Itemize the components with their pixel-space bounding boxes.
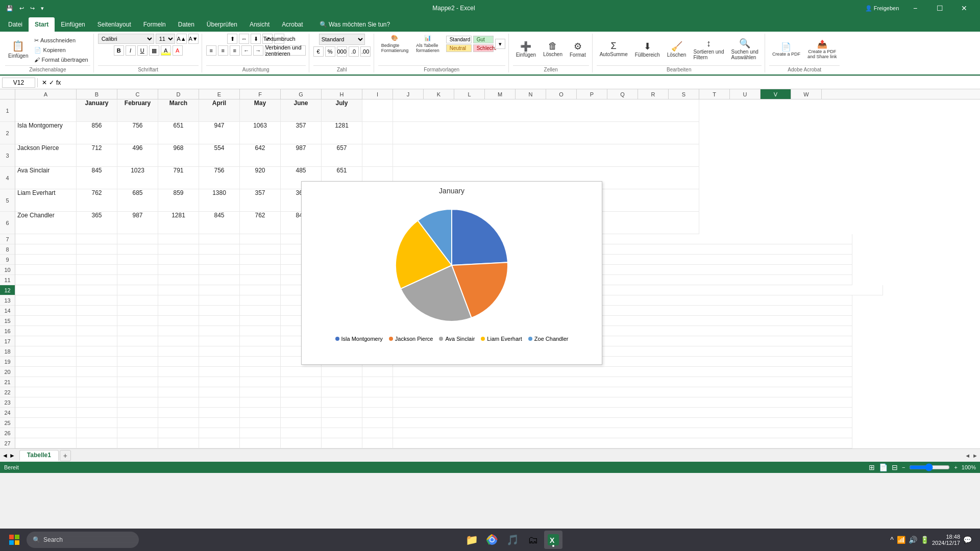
cell-d3[interactable]: 968: [158, 144, 199, 167]
formula-insert-icon[interactable]: fx: [56, 79, 61, 86]
chart-container[interactable]: January Isla Montgomery Jackson Pierce: [301, 181, 602, 365]
tab-acrobat[interactable]: Acrobat: [276, 17, 309, 32]
align-center-btn[interactable]: ≡: [218, 45, 228, 56]
scroll-left-btn[interactable]: ◄: [965, 453, 970, 459]
tab-einfuegen[interactable]: Einfügen: [55, 17, 91, 32]
cell-a5[interactable]: Liam Everhart: [15, 189, 77, 212]
tab-seitenlayout[interactable]: Seitenlayout: [91, 17, 137, 32]
col-header-e[interactable]: E: [199, 89, 240, 99]
sheet-scroll-right[interactable]: ►: [9, 452, 15, 459]
col-header-j[interactable]: J: [393, 89, 424, 99]
cell-i1[interactable]: [362, 99, 393, 122]
clock-date[interactable]: 18:48 2024/12/17: [932, 534, 960, 546]
col-header-m[interactable]: M: [485, 89, 516, 99]
col-header-r[interactable]: R: [638, 89, 669, 99]
cell-b1[interactable]: January: [77, 99, 117, 122]
pie-slice-isla-montgomery[interactable]: [452, 209, 508, 265]
cell-f1[interactable]: May: [240, 99, 281, 122]
cell-f4[interactable]: 920: [240, 167, 281, 189]
row-num-23[interactable]: 23: [0, 397, 15, 408]
row-num-17[interactable]: 17: [0, 336, 15, 346]
row-num-12[interactable]: 12: [0, 285, 15, 295]
loeschen-btn[interactable]: 🗑 Löschen: [540, 36, 566, 62]
col-header-v[interactable]: V: [761, 89, 791, 99]
col-header-f[interactable]: F: [240, 89, 281, 99]
search-bar[interactable]: 🔍 Search: [27, 532, 139, 548]
suchen-btn[interactable]: 🔍 Suchen undAuswählen: [728, 36, 761, 62]
align-left-btn[interactable]: ≡: [206, 45, 216, 56]
cell-f2[interactable]: 1063: [240, 122, 281, 144]
row-num-21[interactable]: 21: [0, 377, 15, 387]
sound-icon[interactable]: 🔊: [909, 536, 917, 544]
italic-btn[interactable]: I: [126, 45, 136, 56]
row-num-14[interactable]: 14: [0, 306, 15, 316]
cell-b3[interactable]: 712: [77, 144, 117, 167]
cell-d5[interactable]: 859: [158, 189, 199, 212]
cell-d4[interactable]: 791: [158, 167, 199, 189]
col-header-o[interactable]: O: [546, 89, 577, 99]
row-num-15[interactable]: 15: [0, 316, 15, 326]
decimal-decrease-btn[interactable]: .00: [360, 46, 371, 57]
taskbar-file-explorer[interactable]: 📁: [462, 531, 481, 549]
row-num-11[interactable]: 11: [0, 275, 15, 285]
tab-datei[interactable]: Datei: [2, 17, 29, 32]
save-icon[interactable]: 💾: [4, 4, 15, 13]
col-header-g[interactable]: G: [281, 89, 322, 99]
show-hidden-icons[interactable]: ^: [890, 536, 894, 544]
close-btn[interactable]: ✕: [952, 0, 976, 16]
align-top-btn[interactable]: ⬆: [227, 34, 237, 44]
currency-btn[interactable]: €: [313, 46, 324, 57]
user-btn[interactable]: 👤 Freigeben: [862, 0, 902, 16]
row-num-4[interactable]: 4: [0, 167, 15, 189]
comma-btn[interactable]: 000: [337, 46, 347, 57]
col-header-n[interactable]: N: [516, 89, 546, 99]
cell-d6[interactable]: 1281: [158, 212, 199, 234]
restore-btn[interactable]: ☐: [928, 0, 951, 16]
kopieren-btn[interactable]: 📄 Kopieren: [32, 46, 90, 55]
cell-rest3[interactable]: [393, 144, 699, 167]
taskbar-excel[interactable]: X: [544, 531, 562, 549]
decimal-increase-btn[interactable]: .0: [349, 46, 359, 57]
indent-decrease-btn[interactable]: ←: [241, 45, 252, 56]
row-num-3[interactable]: 3: [0, 144, 15, 167]
row-num-10[interactable]: 10: [0, 265, 15, 275]
cell-a3[interactable]: Jackson Pierce: [15, 144, 77, 167]
wrap-text-btn[interactable]: Textumbruch: [274, 34, 284, 44]
formula-cancel-icon[interactable]: ✕: [42, 79, 47, 86]
row-num-24[interactable]: 24: [0, 408, 15, 418]
number-format-select[interactable]: Standard: [319, 34, 365, 45]
col-header-s[interactable]: S: [669, 89, 699, 99]
col-header-d[interactable]: D: [158, 89, 199, 99]
font-family-select[interactable]: Calibri: [98, 34, 154, 44]
cell-c3[interactable]: 496: [117, 144, 158, 167]
window-controls[interactable]: 👤 Freigeben − ☐ ✕: [862, 0, 976, 16]
cell-e5[interactable]: 1380: [199, 189, 240, 212]
row-num-1[interactable]: 1: [0, 99, 15, 122]
font-size-select[interactable]: 11: [156, 34, 175, 44]
border-btn[interactable]: ▦: [149, 45, 159, 56]
cell-rest2[interactable]: [393, 122, 699, 144]
cell-g1[interactable]: June: [281, 99, 322, 122]
underline-btn[interactable]: U: [137, 45, 148, 56]
cell-h3[interactable]: 657: [322, 144, 362, 167]
cell-f6[interactable]: 762: [240, 212, 281, 234]
zoom-in-btn[interactable]: +: [954, 464, 957, 470]
page-layout-btn[interactable]: 📄: [879, 463, 888, 471]
col-header-l[interactable]: L: [454, 89, 485, 99]
indent-increase-btn[interactable]: →: [253, 45, 263, 56]
page-break-btn[interactable]: ⊟: [892, 463, 898, 471]
row-num-25[interactable]: 25: [0, 418, 15, 428]
cell-c6[interactable]: 987: [117, 212, 158, 234]
cell-i2[interactable]: [362, 122, 393, 144]
add-sheet-btn[interactable]: +: [60, 450, 71, 461]
cell-a1[interactable]: [15, 99, 77, 122]
schlecht-style[interactable]: Schlecht: [473, 44, 494, 52]
row-num-5[interactable]: 5: [0, 189, 15, 212]
neutral-style[interactable]: Neutral: [446, 44, 472, 52]
cell-b4[interactable]: 845: [77, 167, 117, 189]
als-tabelle-btn[interactable]: 📊Als Tabelleformatieren: [413, 34, 443, 54]
row-num-18[interactable]: 18: [0, 346, 15, 357]
taskbar-spotify[interactable]: 🎵: [503, 531, 522, 549]
formula-confirm-icon[interactable]: ✓: [49, 79, 54, 86]
cell-a6[interactable]: Zoe Chandler: [15, 212, 77, 234]
